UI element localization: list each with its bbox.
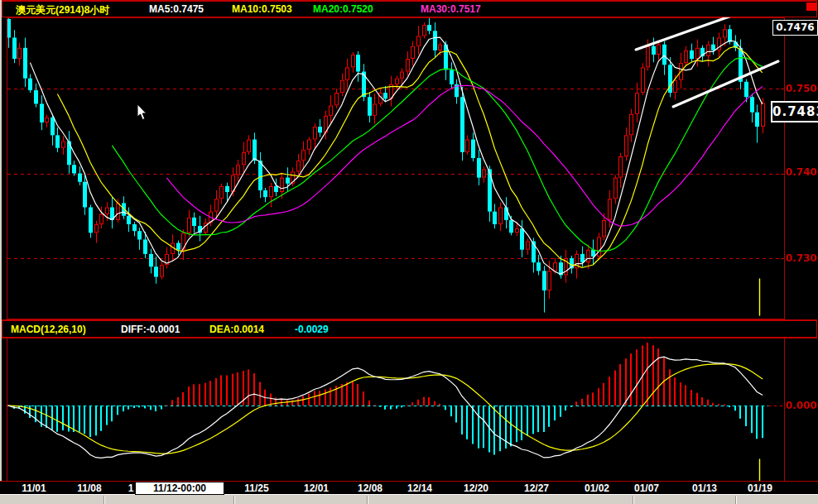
price-macd-chart-canvas[interactable] bbox=[0, 0, 818, 504]
top-right-red-marker-button[interactable] bbox=[806, 2, 817, 11]
date-tick-label: 12/14 bbox=[398, 482, 441, 494]
ma-legend-5: MA5:0.7475 bbox=[149, 3, 204, 15]
date-tick-label: 11/25 bbox=[235, 482, 278, 494]
ma-legend-30: MA30:0.7517 bbox=[421, 3, 481, 15]
date-tick-label: 12/08 bbox=[349, 482, 392, 494]
date-tick-label: 12/20 bbox=[455, 482, 498, 494]
high-price-box: 0.7476 bbox=[772, 20, 818, 36]
chart-window: 澳元美元(2914)8小时 MA5:0.7475MA10:0.7503MA20:… bbox=[0, 0, 818, 504]
indicator-title-bar: 澳元美元(2914)8小时 MA5:0.7475MA10:0.7503MA20:… bbox=[2, 0, 817, 17]
date-tick-label: 01/07 bbox=[625, 482, 668, 494]
macd-diff-value: DIFF:-0.0001 bbox=[121, 324, 180, 335]
date-tick-label: 01/13 bbox=[683, 482, 726, 494]
macd-hist-value: -0.0029 bbox=[295, 324, 329, 335]
price-axis-label: 0.7300 bbox=[786, 252, 818, 264]
status-bar bbox=[0, 494, 818, 504]
status-bar-divider bbox=[735, 496, 737, 504]
window-left-edge bbox=[0, 0, 2, 494]
status-bar-divider bbox=[233, 496, 235, 504]
date-tick-label: 12/27 bbox=[515, 482, 558, 494]
macd-zero-axis-label: 0.0000 bbox=[786, 400, 818, 411]
macd-header-bar: MACD(12,26,10) DIFF:-0.0001 DEA:0.0014 -… bbox=[2, 319, 817, 338]
status-bar-divider bbox=[367, 496, 368, 504]
ma-legend-10: MA10:0.7503 bbox=[232, 3, 292, 15]
date-tick-label: 11/08 bbox=[68, 482, 111, 494]
date-tick-label: 01/19 bbox=[739, 482, 782, 494]
date-tick-label: 12/01 bbox=[295, 482, 338, 494]
macd-dea-value: DEA:0.0014 bbox=[209, 324, 264, 335]
macd-params-label: MACD(12,26,10) bbox=[11, 324, 86, 335]
status-bar-divider bbox=[633, 496, 634, 504]
price-axis-label: 0.7500 bbox=[786, 83, 818, 94]
date-tick-label: 11/01 bbox=[12, 482, 55, 494]
date-tick-label: 01/02 bbox=[575, 482, 618, 494]
selected-date-box[interactable]: 11/12-00:00 bbox=[135, 482, 224, 495]
last-price-box: 0.7483 bbox=[771, 101, 818, 122]
price-axis-label: 0.7400 bbox=[786, 166, 818, 178]
date-axis: 11/12-00:00 11/0111/08111/2512/0112/0812… bbox=[0, 481, 818, 495]
mouse-cursor-icon bbox=[137, 104, 149, 122]
symbol-title: 澳元美元(2914)8小时 bbox=[16, 3, 109, 17]
status-bar-divider bbox=[103, 496, 105, 504]
ma-legend-20: MA20:0.7520 bbox=[313, 3, 373, 15]
